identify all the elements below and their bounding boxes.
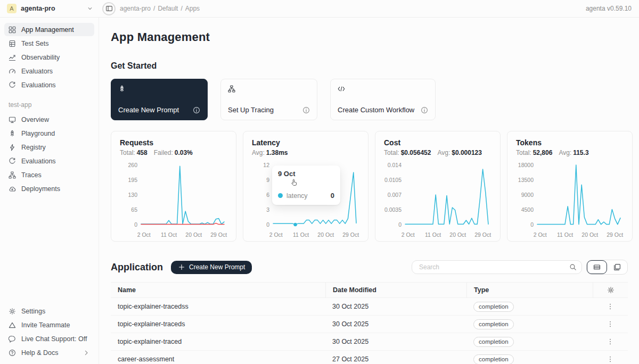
info-icon[interactable] — [421, 106, 428, 114]
main-content: App Management Get Started Create New Pr… — [99, 18, 639, 364]
cursor-icon — [290, 178, 299, 187]
sidebar-group-label: test-app — [4, 101, 94, 109]
svg-text:11 Oct: 11 Oct — [161, 231, 177, 238]
row-actions-cell — [593, 303, 628, 310]
chart-cost[interactable]: 00.00350.0070.01050.0142 Oct11 Oct20 Oct… — [384, 160, 491, 239]
chevron-right-icon — [83, 349, 90, 357]
create-new-prompt-label: Create New Prompt — [189, 263, 245, 271]
search-input[interactable] — [418, 263, 569, 271]
sidebar-item-label: Evaluations — [21, 81, 56, 89]
get-started-heading: Get Started — [111, 61, 628, 71]
metric-title: Cost — [384, 138, 491, 147]
metric-stat: Total:$0.056452 — [384, 149, 431, 156]
get-started-card-set-up-tracing[interactable]: Set Up Tracing — [220, 79, 317, 120]
workspace-avatar: A — [7, 4, 17, 13]
monitor-icon — [9, 116, 16, 123]
sidebar-item-label: App Management — [21, 26, 74, 34]
chart-requests[interactable]: 0651301952602 Oct11 Oct20 Oct29 Oct — [120, 160, 227, 239]
sidebar-item-registry[interactable]: Registry — [4, 140, 94, 154]
row-menu-button[interactable] — [607, 355, 614, 363]
sidebar-item-app-management[interactable]: App Management — [4, 23, 94, 36]
sidebar-item-help-docs[interactable]: Help & Docs — [4, 346, 94, 359]
date-modified-cell: 27 Oct 2025 — [325, 355, 466, 363]
app-version: agenta v0.59.10 — [586, 5, 639, 12]
card-label: Create New Prompt — [118, 106, 179, 114]
svg-text:12: 12 — [263, 162, 269, 168]
info-icon[interactable] — [302, 106, 310, 114]
sidebar-item-label: Live Chat Support: Off — [21, 335, 87, 343]
sidebar-item-evaluations[interactable]: Evaluations — [4, 78, 94, 92]
workspace-selector[interactable]: A agenta-pro — [0, 4, 99, 13]
info-icon[interactable] — [193, 106, 200, 114]
grid-icon — [9, 26, 16, 34]
gauge-icon — [9, 68, 16, 75]
column-header-date-modified[interactable]: Date Modified — [325, 283, 466, 297]
sidebar-item-label: Invite Teammate — [21, 321, 70, 329]
svg-text:6: 6 — [266, 192, 269, 198]
get-started-card-create-custom-workflow[interactable]: Create Custom Workflow — [330, 79, 436, 120]
chart-tokens[interactable]: 04500900013500180002 Oct11 Oct20 Oct29 O… — [516, 160, 624, 239]
sidebar-item-label: Evaluators — [21, 68, 53, 75]
rocket-icon — [9, 130, 16, 137]
type-badge: completion — [473, 337, 514, 347]
column-header-type[interactable]: Type — [466, 283, 593, 297]
table-tools — [412, 260, 628, 275]
sidebar-item-test-sets[interactable]: Test Sets — [4, 37, 94, 50]
row-menu-button[interactable] — [607, 303, 614, 310]
metric-stat: Avg:115.3 — [559, 149, 588, 156]
metric-card-requests: RequestsTotal:458Failed:0.03%06513019526… — [111, 131, 236, 242]
sidebar-item-live-chat-support-off[interactable]: Live Chat Support: Off — [4, 332, 94, 345]
svg-text:29 Oct: 29 Oct — [474, 231, 491, 238]
table-row[interactable]: topic-explainer-tracedss30 Oct 2025compl… — [111, 298, 628, 316]
topbar: A agenta-pro agenta-pro/Default/Apps age… — [0, 0, 639, 18]
sidebar-item-label: Evaluations — [21, 158, 56, 165]
sidebar-item-evaluators[interactable]: Evaluators — [4, 64, 94, 78]
sidebar-item-observability[interactable]: Observability — [4, 51, 94, 64]
svg-text:0.0105: 0.0105 — [384, 177, 402, 183]
tooltip-date: 9 Oct — [278, 170, 334, 178]
row-actions-cell — [593, 338, 628, 345]
sidebar-toggle-button[interactable] — [102, 2, 116, 15]
metric-stat: Avg:1.38ms — [252, 149, 288, 156]
card-view-button[interactable] — [607, 260, 627, 274]
search-icon[interactable] — [569, 263, 577, 271]
view-toggle — [586, 260, 628, 275]
breadcrumb: agenta-pro/Default/Apps — [120, 5, 200, 12]
search-box — [412, 260, 582, 274]
sidebar-item-playground[interactable]: Playground — [4, 127, 94, 140]
plus-icon — [178, 263, 185, 271]
sidebar-item-traces[interactable]: Traces — [4, 168, 94, 181]
application-section: Application Create New Prompt — [111, 260, 628, 364]
metric-stats: Total:458Failed:0.03% — [120, 149, 227, 156]
sidebar: App ManagementTest SetsObservabilityEval… — [0, 18, 99, 364]
workspace-name: agenta-pro — [21, 5, 55, 12]
table-row[interactable]: topic-explainer-traceds30 Oct 2025comple… — [111, 316, 628, 333]
sidebar-item-invite-teammate[interactable]: Invite Teammate — [4, 318, 94, 332]
table-row[interactable]: topic-explainer-traced30 Oct 2025complet… — [111, 333, 628, 351]
row-menu-button[interactable] — [607, 338, 614, 345]
breadcrumb-item-default[interactable]: Default — [158, 5, 178, 12]
get-started-card-create-new-prompt[interactable]: Create New Prompt — [111, 79, 208, 120]
sidebar-item-settings[interactable]: Settings — [4, 304, 94, 318]
table-view-button[interactable] — [587, 260, 607, 274]
metrics-row: RequestsTotal:458Failed:0.03%06513019526… — [111, 131, 628, 242]
breadcrumb-item-apps[interactable]: Apps — [185, 5, 200, 12]
date-modified-cell: 30 Oct 2025 — [325, 303, 466, 310]
type-badge: completion — [473, 354, 514, 364]
breadcrumb-item-agenta-pro[interactable]: agenta-pro — [120, 5, 151, 12]
metric-stat: Failed:0.03% — [154, 149, 193, 156]
metric-title: Latency — [252, 138, 359, 147]
card-label: Create Custom Workflow — [338, 106, 414, 114]
sidebar-item-evaluations[interactable]: Evaluations — [4, 154, 94, 168]
list-icon — [9, 40, 16, 47]
column-settings-button[interactable] — [593, 283, 628, 297]
create-new-prompt-button[interactable]: Create New Prompt — [171, 261, 252, 274]
row-menu-button[interactable] — [607, 320, 614, 328]
sidebar-item-deployments[interactable]: Deployments — [4, 182, 94, 195]
panel-left-icon — [105, 5, 113, 12]
column-header-name[interactable]: Name — [111, 283, 325, 297]
refresh-icon — [9, 81, 16, 89]
metric-card-tokens: TokensTotal:52,806Avg:115.30450090001350… — [507, 131, 633, 242]
sidebar-item-overview[interactable]: Overview — [4, 113, 94, 126]
table-row[interactable]: career-assessment27 Oct 2025completion — [111, 351, 628, 364]
